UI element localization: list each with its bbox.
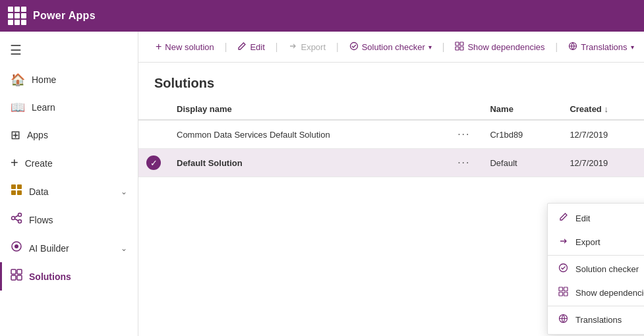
sidebar-item-learn-label: Learn	[32, 102, 55, 113]
col-created: Created ↓	[562, 99, 644, 120]
sidebar-item-learn[interactable]: 📖 Learn	[0, 94, 138, 121]
solution-checker-chevron: ▾	[428, 43, 432, 51]
app-title: Power Apps	[33, 10, 96, 22]
row1-name: Cr1bd89	[482, 120, 562, 149]
sidebar-item-apps[interactable]: ⊞ Apps	[0, 121, 138, 149]
solution-checker-icon	[349, 42, 359, 53]
export-icon	[288, 42, 297, 53]
context-show-dependencies-icon	[558, 287, 570, 298]
context-menu-item-translations[interactable]: Translations ›	[548, 308, 644, 331]
sidebar-item-ai-builder-label: AI Builder	[29, 243, 69, 254]
col-name: Name	[482, 99, 562, 120]
sidebar-item-solutions[interactable]: Solutions	[0, 262, 138, 291]
svg-point-6	[18, 220, 22, 223]
svg-rect-0	[11, 184, 16, 189]
context-menu: Edit Export Solution checker	[547, 203, 644, 335]
data-icon	[11, 184, 22, 199]
svg-point-10	[15, 244, 18, 248]
context-menu-item-solution-checker[interactable]: Solution checker ›	[548, 257, 644, 281]
context-export-icon	[558, 236, 570, 248]
data-chevron-icon: ⌄	[121, 187, 127, 196]
sidebar-item-create[interactable]: + Create	[0, 149, 138, 177]
context-menu-item-edit[interactable]: Edit	[548, 206, 644, 230]
row1-display-name: Common Data Services Default Solution	[169, 120, 446, 149]
topbar: Power Apps	[0, 0, 644, 32]
context-translations-icon	[558, 314, 570, 325]
sidebar-item-ai-builder[interactable]: AI Builder ⌄	[0, 234, 138, 262]
svg-rect-18	[455, 47, 459, 50]
svg-rect-1	[17, 184, 22, 189]
sidebar-item-flows[interactable]: Flows	[0, 206, 138, 234]
toolbar-sep-2: |	[276, 42, 278, 52]
sort-icon: ↓	[604, 104, 608, 114]
context-solution-checker-icon	[558, 263, 570, 275]
context-edit-label: Edit	[575, 213, 590, 223]
page-title: Solutions	[138, 63, 644, 99]
sidebar-item-flows-label: Flows	[29, 215, 53, 225]
context-translations-label: Translations	[575, 315, 622, 325]
svg-rect-23	[564, 287, 568, 291]
row2-check-cell: ✓	[138, 149, 169, 177]
solutions-table: Display name Name Created ↓ Common Data …	[138, 99, 644, 177]
show-dependencies-button[interactable]: Show dependencies	[448, 38, 551, 57]
new-solution-button[interactable]: + New solution	[149, 37, 221, 57]
row2-created: 12/7/2019	[562, 149, 644, 177]
create-icon: +	[11, 155, 18, 171]
svg-rect-12	[17, 269, 22, 274]
export-label: Export	[301, 42, 326, 52]
context-menu-divider	[548, 255, 644, 256]
svg-rect-24	[559, 293, 563, 296]
plus-icon: +	[156, 41, 161, 53]
hamburger-menu[interactable]: ☰	[3, 37, 29, 63]
translations-icon	[568, 42, 577, 53]
edit-label: Edit	[250, 42, 264, 52]
svg-rect-17	[460, 42, 463, 45]
svg-line-7	[15, 215, 18, 217]
table-row: Common Data Services Default Solution ··…	[138, 120, 644, 149]
row1-created: 12/7/2019	[562, 120, 644, 149]
svg-point-21	[560, 264, 568, 272]
context-menu-item-export[interactable]: Export	[548, 230, 644, 254]
sidebar-item-solutions-label: Solutions	[29, 271, 71, 282]
sidebar-item-data[interactable]: Data ⌄	[0, 177, 138, 206]
row2-name: Default	[482, 149, 562, 177]
row2-dots-cell: ···	[446, 149, 482, 177]
svg-rect-25	[564, 293, 568, 296]
row1-dots-button[interactable]: ···	[454, 127, 474, 142]
sidebar-item-apps-label: Apps	[27, 130, 48, 140]
context-menu-item-show-dependencies[interactable]: Show dependencies	[548, 281, 644, 304]
solution-checker-button[interactable]: Solution checker ▾	[343, 38, 438, 57]
context-export-label: Export	[575, 237, 600, 247]
toolbar-sep-4: |	[442, 42, 445, 52]
svg-rect-2	[11, 190, 16, 195]
solutions-icon	[11, 269, 22, 284]
sidebar-item-create-label: Create	[25, 158, 53, 169]
svg-point-5	[18, 213, 22, 217]
edit-button[interactable]: Edit	[231, 38, 271, 57]
row2-check-icon: ✓	[146, 155, 161, 170]
context-menu-divider-2	[548, 306, 644, 306]
svg-rect-16	[455, 42, 459, 45]
solution-checker-label: Solution checker	[362, 42, 425, 52]
col-check	[138, 99, 169, 120]
export-button[interactable]: Export	[281, 38, 332, 57]
col-dots	[446, 99, 482, 120]
row1-check-cell	[138, 120, 169, 149]
translations-chevron: ▾	[631, 43, 634, 51]
row2-display-name: Default Solution	[169, 149, 446, 177]
main-layout: ☰ 🏠 Home 📖 Learn ⊞ Apps + Create	[0, 32, 644, 336]
svg-rect-14	[17, 275, 22, 280]
show-dependencies-label: Show dependencies	[467, 42, 544, 52]
toolbar: + New solution | Edit | Ex	[138, 32, 644, 63]
translations-button[interactable]: Translations ▾	[562, 38, 640, 57]
sidebar-item-home[interactable]: 🏠 Home	[0, 66, 138, 94]
show-dependencies-icon	[455, 42, 464, 53]
edit-icon	[237, 42, 247, 53]
row1-dots-cell: ···	[446, 120, 482, 149]
waffle-icon[interactable]	[8, 7, 26, 25]
sidebar: ☰ 🏠 Home 📖 Learn ⊞ Apps + Create	[0, 32, 138, 336]
context-edit-icon	[558, 212, 570, 224]
sidebar-item-home-label: Home	[32, 74, 56, 85]
hamburger-icon: ☰	[10, 42, 22, 58]
row2-dots-button[interactable]: ···	[454, 155, 474, 170]
